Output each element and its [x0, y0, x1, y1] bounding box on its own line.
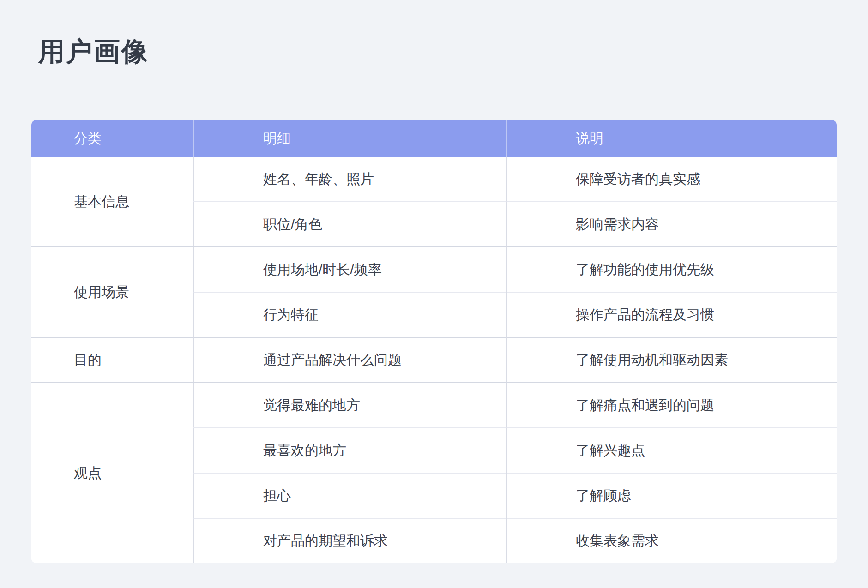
detail-cell: 使用场地/时长/频率: [193, 246, 506, 292]
description-cell: 了解顾虑: [506, 473, 837, 518]
description-cell: 了解痛点和遇到的问题: [506, 382, 837, 427]
detail-cell: 职位/角色: [193, 201, 506, 246]
detail-cell: 对产品的期望和诉求: [193, 518, 506, 563]
table-body: 基本信息姓名、年龄、照片保障受访者的真实感职位/角色影响需求内容使用场景使用场地…: [31, 157, 837, 563]
category-cell: 目的: [31, 337, 193, 382]
persona-table: 分类 明细 说明 基本信息姓名、年龄、照片保障受访者的真实感职位/角色影响需求内…: [31, 120, 837, 563]
table-row: 目的通过产品解决什么问题了解使用动机和驱动因素: [31, 337, 837, 382]
category-cell: 观点: [31, 382, 193, 563]
header-cell-category: 分类: [31, 120, 193, 157]
detail-cell: 行为特征: [193, 292, 506, 337]
detail-cell: 觉得最难的地方: [193, 382, 506, 427]
page-title: 用户画像: [38, 37, 149, 66]
description-cell: 影响需求内容: [506, 201, 837, 246]
detail-cell: 姓名、年龄、照片: [193, 157, 506, 201]
detail-cell: 担心: [193, 473, 506, 518]
table-header: 分类 明细 说明: [31, 120, 837, 157]
header-cell-description: 说明: [506, 120, 837, 157]
description-cell: 了解功能的使用优先级: [506, 246, 837, 292]
header-row: 分类 明细 说明: [31, 120, 837, 157]
table-row: 观点觉得最难的地方了解痛点和遇到的问题: [31, 382, 837, 427]
header-cell-detail: 明细: [193, 120, 506, 157]
persona-table-card: 分类 明细 说明 基本信息姓名、年龄、照片保障受访者的真实感职位/角色影响需求内…: [31, 120, 837, 563]
description-cell: 了解兴趣点: [506, 427, 837, 473]
table-row: 使用场景使用场地/时长/频率了解功能的使用优先级: [31, 246, 837, 292]
description-cell: 收集表象需求: [506, 518, 837, 563]
category-cell: 使用场景: [31, 246, 193, 337]
description-cell: 了解使用动机和驱动因素: [506, 337, 837, 382]
table-row: 基本信息姓名、年龄、照片保障受访者的真实感: [31, 157, 837, 201]
detail-cell: 最喜欢的地方: [193, 427, 506, 473]
detail-cell: 通过产品解决什么问题: [193, 337, 506, 382]
description-cell: 操作产品的流程及习惯: [506, 292, 837, 337]
category-cell: 基本信息: [31, 157, 193, 246]
description-cell: 保障受访者的真实感: [506, 157, 837, 201]
